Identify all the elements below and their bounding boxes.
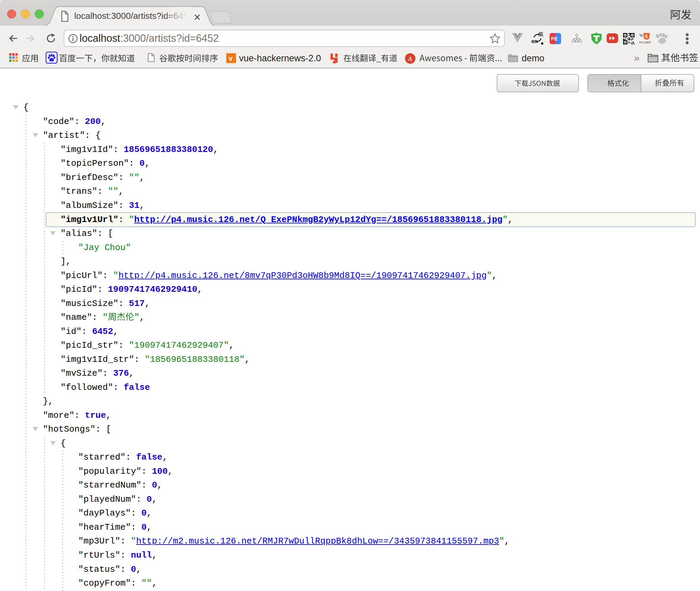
svg-text:FE: FE bbox=[551, 36, 558, 41]
svg-text:5: 5 bbox=[645, 34, 648, 39]
svg-text:v: v bbox=[229, 54, 233, 62]
svg-text:A: A bbox=[407, 55, 412, 62]
svg-text:PLAYER: PLAYER bbox=[639, 41, 651, 44]
